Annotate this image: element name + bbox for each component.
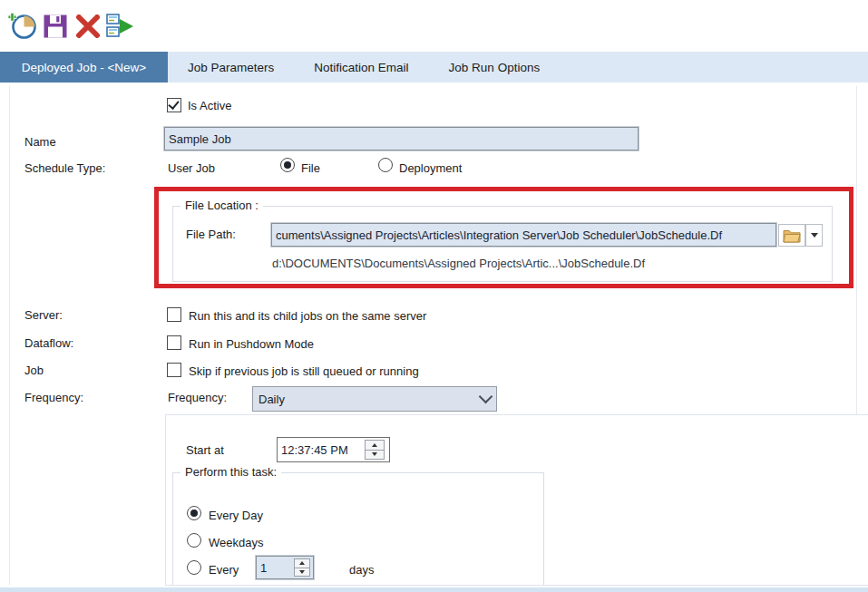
bottom-border: [0, 587, 868, 592]
file-radio-label: File: [301, 161, 320, 175]
days-suffix-label: days: [349, 563, 374, 577]
every-n-days-label: Every: [209, 563, 239, 577]
dataflow-checkbox[interactable]: [167, 335, 181, 350]
name-input[interactable]: [164, 127, 639, 150]
save-floppy-icon: [43, 14, 68, 39]
weekdays-radio[interactable]: [187, 533, 201, 548]
file-radio[interactable]: [280, 158, 295, 172]
resolved-path-text: d:\DOCUMENTS\Documents\Assigned Projects…: [272, 257, 645, 270]
new-schedule-clock-icon: [7, 11, 38, 41]
run-button[interactable]: [106, 13, 134, 39]
frequency-row-label: Frequency:: [24, 391, 83, 404]
spinner-up-button[interactable]: [294, 558, 310, 568]
run-job-icon: [106, 13, 134, 39]
spinner-down-button[interactable]: [294, 568, 310, 577]
every-n-days-radio[interactable]: [187, 560, 201, 575]
server-label: Server:: [24, 308, 63, 322]
server-checkbox[interactable]: [167, 307, 181, 322]
folder-icon: [783, 228, 801, 243]
perform-task-legend: Perform this task:: [180, 465, 281, 479]
tab-strip: Deployed Job - <New> Job Parameters Noti…: [0, 52, 868, 82]
schedule-type-label: Schedule Type:: [24, 161, 105, 175]
arrow-down-icon: [372, 452, 377, 456]
server-checkbox-label: Run this and its child jobs on the same …: [189, 309, 426, 323]
browse-dropdown-button[interactable]: [805, 224, 823, 247]
tab-job-parameters[interactable]: Job Parameters: [168, 52, 294, 82]
every-n-days-spinner[interactable]: [294, 558, 310, 577]
deployment-radio-label: Deployment: [399, 161, 462, 175]
save-button[interactable]: [43, 14, 68, 39]
new-schedule-button[interactable]: [7, 11, 38, 41]
every-day-label: Every Day: [209, 509, 263, 522]
dataflow-label: Dataflow:: [24, 336, 73, 350]
deployment-radio[interactable]: [378, 158, 393, 172]
file-path-input[interactable]: [271, 223, 776, 247]
start-at-label: Start at: [186, 443, 224, 457]
spinner-up-button[interactable]: [365, 440, 385, 451]
arrow-down-icon: [299, 570, 305, 574]
browse-folder-button[interactable]: [778, 224, 805, 247]
left-page-border: [9, 86, 10, 585]
arrow-up-icon: [372, 443, 377, 447]
every-day-radio[interactable]: [187, 506, 201, 520]
name-label: Name: [24, 135, 56, 149]
job-kind-label: User Job: [168, 161, 215, 175]
chevron-down-icon: [811, 233, 818, 238]
tab-notification-email[interactable]: Notification Email: [294, 52, 428, 82]
frequency-dropdown[interactable]: Daily: [252, 386, 497, 412]
delete-button[interactable]: [74, 15, 102, 38]
frequency-field-label: Frequency:: [168, 391, 227, 404]
frequency-value: Daily: [258, 393, 285, 406]
job-checkbox-label: Skip if previous job is still queued or …: [189, 364, 419, 378]
file-path-label: File Path:: [186, 228, 236, 241]
tab-job-run-options[interactable]: Job Run Options: [429, 52, 561, 82]
toolbar: [0, 0, 868, 52]
file-location-legend: File Location :: [180, 199, 263, 212]
dataflow-checkbox-label: Run in Pushdown Mode: [189, 337, 314, 351]
delete-x-icon: [74, 15, 102, 38]
job-checkbox[interactable]: [167, 363, 181, 377]
tab-deployed-job[interactable]: Deployed Job - <New>: [0, 52, 168, 82]
weekdays-label: Weekdays: [209, 536, 263, 549]
is-active-label: Is Active: [188, 99, 231, 112]
is-active-checkbox[interactable]: [167, 98, 181, 112]
spinner-down-button[interactable]: [365, 451, 385, 461]
start-at-spinner[interactable]: [365, 440, 385, 460]
job-label: Job: [24, 364, 44, 377]
arrow-up-icon: [299, 561, 305, 565]
deployed-job-window: Deployed Job - <New> Job Parameters Noti…: [0, 0, 868, 592]
chevron-down-icon: [479, 390, 493, 404]
